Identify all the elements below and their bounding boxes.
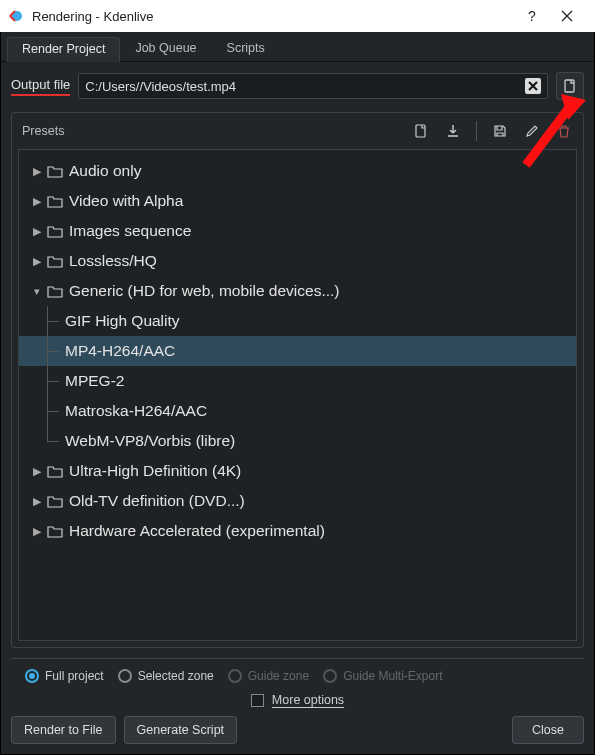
tab-render-project[interactable]: Render Project (7, 37, 120, 62)
category-label: Hardware Accelerated (experimental) (69, 522, 325, 540)
browse-output-button[interactable] (556, 72, 584, 100)
presets-tree[interactable]: ▶ Audio only ▶ Video with Alpha ▶ Images… (18, 149, 577, 641)
folder-icon (45, 194, 65, 208)
preset-mp4[interactable]: MP4-H264/AAC (19, 336, 576, 366)
category-label: Generic (HD for web, mobile devices...) (69, 282, 339, 300)
category-label: Video with Alpha (69, 192, 183, 210)
option-label: Guide zone (248, 669, 309, 683)
caret-right-icon: ▶ (29, 525, 45, 538)
presets-title: Presets (22, 124, 412, 138)
preset-label: Matroska-H264/AAC (65, 402, 207, 420)
category-label: Images sequence (69, 222, 191, 240)
option-selected-zone[interactable]: Selected zone (118, 669, 214, 683)
preset-mpeg2[interactable]: MPEG-2 (19, 366, 576, 396)
option-guide-multi: Guide Multi-Export (323, 669, 442, 683)
generate-script-button[interactable]: Generate Script (124, 716, 238, 744)
folder-icon (45, 254, 65, 268)
save-preset-icon[interactable] (491, 122, 509, 140)
preset-label: WebM-VP8/Vorbis (libre) (65, 432, 235, 450)
app-icon (8, 7, 26, 25)
category-audio-only[interactable]: ▶ Audio only (19, 156, 576, 186)
folder-icon (45, 464, 65, 478)
caret-right-icon: ▶ (29, 465, 45, 478)
preset-webm[interactable]: WebM-VP8/Vorbis (libre) (19, 426, 576, 456)
preset-matroska[interactable]: Matroska-H264/AAC (19, 396, 576, 426)
preset-label: MPEG-2 (65, 372, 124, 390)
option-label: Guide Multi-Export (343, 669, 442, 683)
clear-input-icon[interactable] (525, 78, 541, 94)
tab-scripts[interactable]: Scripts (212, 36, 280, 61)
window-titlebar: Rendering - Kdenlive ? (0, 0, 595, 32)
option-guide-zone: Guide zone (228, 669, 309, 683)
svg-rect-1 (565, 80, 574, 92)
folder-icon (45, 524, 65, 538)
category-label: Ultra-High Definition (4K) (69, 462, 241, 480)
output-file-row: Output file C:/Users/ /Videos/test.mp4 (1, 62, 594, 108)
more-options-checkbox[interactable] (251, 694, 264, 707)
option-label: Selected zone (138, 669, 214, 683)
preset-label: GIF High Quality (65, 312, 180, 330)
option-full-project[interactable]: Full project (25, 669, 104, 683)
category-uhd[interactable]: ▶ Ultra-High Definition (4K) (19, 456, 576, 486)
caret-right-icon: ▶ (29, 495, 45, 508)
caret-right-icon: ▶ (29, 165, 45, 178)
output-file-label: Output file (11, 77, 70, 96)
spacer (245, 716, 504, 744)
folder-icon (45, 494, 65, 508)
new-preset-icon[interactable] (412, 122, 430, 140)
dialog-client-area: Render Project Job Queue Scripts Output … (0, 32, 595, 755)
caret-right-icon: ▶ (29, 225, 45, 238)
render-range-options: Full project Selected zone Guide zone Gu… (11, 658, 584, 693)
category-label: Audio only (69, 162, 141, 180)
category-lossless[interactable]: ▶ Lossless/HQ (19, 246, 576, 276)
tab-job-queue[interactable]: Job Queue (120, 36, 211, 61)
help-button[interactable]: ? (517, 0, 547, 32)
download-preset-icon[interactable] (444, 122, 462, 140)
presets-panel: Presets (11, 112, 584, 648)
more-options-row: More options (1, 693, 594, 717)
tab-bar: Render Project Job Queue Scripts (1, 32, 594, 62)
close-window-button[interactable] (547, 0, 587, 32)
folder-icon (45, 224, 65, 238)
category-generic[interactable]: ▾ Generic (HD for web, mobile devices...… (19, 276, 576, 306)
output-file-input[interactable]: C:/Users/ /Videos/test.mp4 (78, 73, 548, 99)
caret-right-icon: ▶ (29, 255, 45, 268)
option-label: Full project (45, 669, 104, 683)
radio-icon (323, 669, 337, 683)
render-to-file-button[interactable]: Render to File (11, 716, 116, 744)
more-options-link[interactable]: More options (272, 693, 344, 707)
folder-icon (45, 164, 65, 178)
radio-icon (25, 669, 39, 683)
category-label: Old-TV definition (DVD...) (69, 492, 245, 510)
preset-gif[interactable]: GIF High Quality (19, 306, 576, 336)
output-path-prefix: C:/Users/ (85, 79, 139, 94)
toolbar-separator (476, 121, 477, 141)
radio-icon (118, 669, 132, 683)
output-path-suffix: /Videos/test.mp4 (139, 79, 236, 94)
caret-right-icon: ▶ (29, 195, 45, 208)
category-images-sequence[interactable]: ▶ Images sequence (19, 216, 576, 246)
delete-preset-icon[interactable] (555, 122, 573, 140)
category-label: Lossless/HQ (69, 252, 157, 270)
close-button[interactable]: Close (512, 716, 584, 744)
window-title: Rendering - Kdenlive (32, 9, 517, 24)
caret-down-icon: ▾ (29, 285, 45, 298)
presets-header: Presets (12, 121, 583, 149)
category-oldtv[interactable]: ▶ Old-TV definition (DVD...) (19, 486, 576, 516)
radio-icon (228, 669, 242, 683)
edit-preset-icon[interactable] (523, 122, 541, 140)
category-hwaccel[interactable]: ▶ Hardware Accelerated (experimental) (19, 516, 576, 546)
dialog-button-row: Render to File Generate Script Close (11, 716, 584, 744)
svg-rect-2 (416, 125, 425, 137)
folder-icon (45, 284, 65, 298)
preset-label: MP4-H264/AAC (65, 342, 175, 360)
category-video-alpha[interactable]: ▶ Video with Alpha (19, 186, 576, 216)
presets-toolbar (412, 121, 573, 141)
